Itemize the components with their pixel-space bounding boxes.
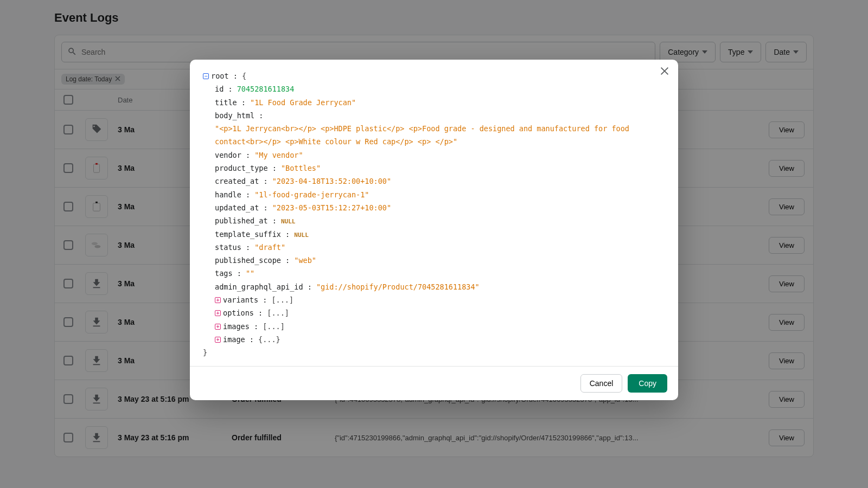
expand-toggle[interactable]: + bbox=[215, 297, 221, 303]
modal-close-button[interactable] bbox=[659, 65, 671, 79]
expand-toggle[interactable]: + bbox=[215, 324, 221, 330]
expand-toggle[interactable]: + bbox=[215, 337, 221, 343]
json-viewer-modal: −root : { id : 7045281611834 title : "1L… bbox=[190, 60, 678, 400]
copy-button[interactable]: Copy bbox=[628, 374, 667, 393]
collapse-toggle[interactable]: − bbox=[203, 73, 209, 79]
modal-overlay[interactable]: −root : { id : 7045281611834 title : "1L… bbox=[0, 0, 868, 468]
cancel-button[interactable]: Cancel bbox=[580, 374, 623, 393]
json-body: −root : { id : 7045281611834 title : "1L… bbox=[190, 60, 678, 366]
expand-toggle[interactable]: + bbox=[215, 310, 221, 316]
modal-footer: Cancel Copy bbox=[190, 366, 678, 400]
